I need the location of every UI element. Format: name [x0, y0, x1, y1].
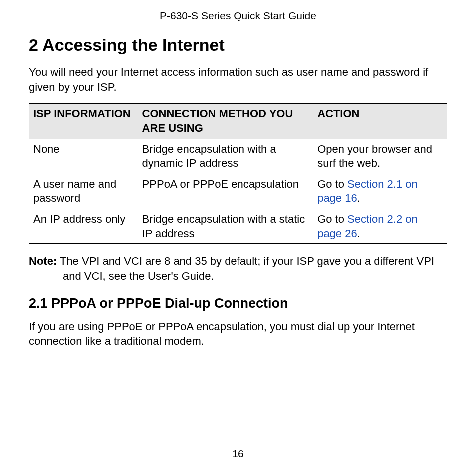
table-header-action: ACTION — [313, 104, 447, 139]
cell-method: PPPoA or PPPoE encapsulation — [138, 174, 313, 209]
document-header: P-630-S Series Quick Start Guide — [29, 0, 447, 26]
action-suffix: . — [357, 227, 360, 239]
table-header-row: ISP INFORMATION CONNECTION METHOD YOU AR… — [29, 104, 447, 139]
cell-action: Go to Section 2.1 on page 16. — [313, 174, 447, 209]
cell-method: Bridge encapsulation with a dynamic IP a… — [138, 139, 313, 174]
action-prefix: Go to — [317, 178, 347, 190]
subsection-paragraph: If you are using PPPoE or PPPoA encapsul… — [29, 319, 447, 349]
table-row: A user name and password PPPoA or PPPoE … — [29, 174, 447, 209]
cell-isp: None — [29, 139, 138, 174]
table-row: None Bridge encapsulation with a dynamic… — [29, 139, 447, 174]
cell-isp: A user name and password — [29, 174, 138, 209]
table-header-isp: ISP INFORMATION — [29, 104, 138, 139]
cell-isp: An IP address only — [29, 209, 138, 243]
action-suffix: . — [357, 192, 360, 204]
page-number: 16 — [232, 448, 243, 459]
section-heading: 2 Accessing the Internet — [29, 35, 447, 55]
isp-table: ISP INFORMATION CONNECTION METHOD YOU AR… — [29, 103, 447, 244]
table-header-method: CONNECTION METHOD YOU ARE USING — [138, 104, 313, 139]
footer-divider — [29, 443, 447, 443]
cell-method: Bridge encapsulation with a static IP ad… — [138, 209, 313, 243]
document-footer: 16 — [29, 443, 447, 460]
cell-action: Go to Section 2.2 on page 26. — [313, 209, 447, 243]
intro-paragraph: You will need your Internet access infor… — [29, 65, 447, 94]
cell-action: Open your browser and surf the web. — [313, 139, 447, 174]
action-prefix: Go to — [317, 213, 347, 225]
note-text: The VPI and VCI are 8 and 35 by default;… — [57, 255, 434, 282]
header-title: P-630-S Series Quick Start Guide — [160, 10, 316, 21]
subsection-heading: 2.1 PPPoA or PPPoE Dial-up Connection — [29, 296, 447, 311]
note-label: Note: — [29, 255, 57, 267]
table-row: An IP address only Bridge encapsulation … — [29, 209, 447, 243]
note-paragraph: Note: The VPI and VCI are 8 and 35 by de… — [29, 254, 447, 283]
